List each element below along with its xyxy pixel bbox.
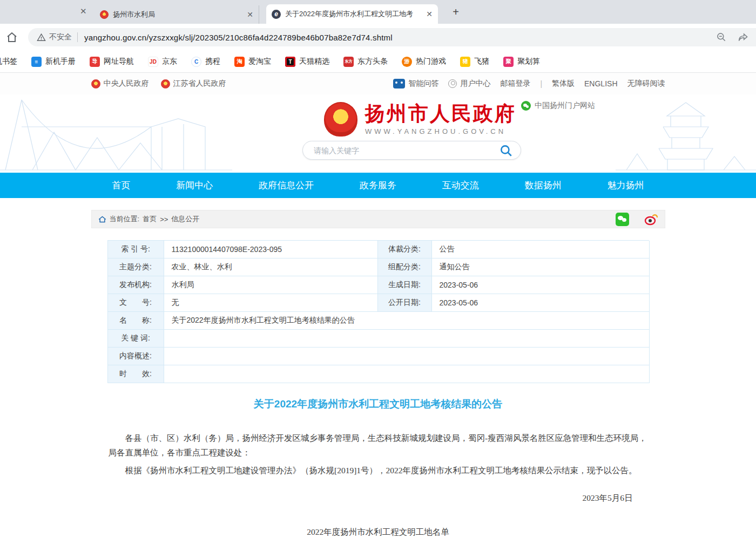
pagoda-artwork <box>616 94 756 173</box>
bookmark-label: 热门游戏 <box>416 57 446 66</box>
security-label: 不安全 <box>49 32 72 42</box>
gov-emblem-favicon <box>100 10 109 19</box>
bookmark-item[interactable]: 东方 东方头条 <box>343 57 388 67</box>
close-icon[interactable]: ✕ <box>426 10 433 18</box>
link-jiangsu-gov[interactable]: 江苏省人民政府 <box>161 79 226 88</box>
bookmark-item[interactable]: JD 京东 <box>148 57 177 67</box>
link-mail-login[interactable]: 邮箱登录 <box>500 79 530 88</box>
close-icon[interactable]: ✕ <box>247 10 253 19</box>
meta-label: 组配分类: <box>378 258 432 276</box>
site-logo[interactable]: 扬州市人民政府 WWW.YANGZHOU.GOV.CN <box>324 102 516 137</box>
bookmark-label: 携程 <box>205 57 220 66</box>
link-smart-qa[interactable]: 智能问答 <box>393 79 438 88</box>
bookmark-label: 聚划算 <box>517 57 540 66</box>
zoom-out-icon[interactable] <box>716 32 727 43</box>
bookmark-item[interactable]: ≡ 新机手册 <box>31 57 76 67</box>
search-input[interactable] <box>314 146 499 155</box>
bookmark-label: 天猫精选 <box>299 57 329 66</box>
national-emblem-icon <box>324 102 357 137</box>
meta-value: 公告 <box>432 241 650 258</box>
portal-text: 中国扬州门户网站 <box>535 101 595 111</box>
link-label: 用户中心 <box>460 79 490 88</box>
bookmark-label: 爱淘宝 <box>248 57 271 66</box>
bookmark-item[interactable]: 聚 聚划算 <box>503 57 540 67</box>
home-icon <box>98 216 106 223</box>
url-text: yangzhou.gov.cn/yzszxxgk/slj/202305/210c… <box>84 33 393 42</box>
meta-value: 2023-05-06 <box>432 276 650 294</box>
link-label: 智能问答 <box>408 79 438 88</box>
meta-label: 生成日期: <box>378 276 432 294</box>
nav-charm[interactable]: 魅力扬州 <box>607 179 644 192</box>
gov-emblem-icon <box>91 79 100 88</box>
site-favicon: e <box>272 10 281 19</box>
fliggy-icon: 猪 <box>460 57 470 67</box>
tmall-icon: T <box>285 57 295 67</box>
nav-data[interactable]: 数据扬州 <box>525 179 562 192</box>
nav-site-icon: 导 <box>90 57 100 67</box>
bookmark-label: 京东 <box>162 57 177 66</box>
nav-interaction[interactable]: 互动交流 <box>442 179 479 192</box>
meta-label: 发布机构: <box>108 276 164 294</box>
link-user-center[interactable]: 用户中心 <box>448 79 490 88</box>
robot-icon <box>393 79 405 88</box>
bookmark-item[interactable]: 猪 飞猪 <box>460 57 489 67</box>
link-accessible[interactable]: 无障碍阅读 <box>627 79 665 88</box>
site-name: 扬州市人民政府 <box>365 103 516 125</box>
new-tab-button[interactable]: + <box>448 4 463 19</box>
nav-services[interactable]: 政务服务 <box>360 179 396 192</box>
breadcrumb-home-link[interactable]: 首页 <box>143 214 157 224</box>
taobao-icon: 淘 <box>234 57 245 67</box>
wechat-icon <box>521 101 531 111</box>
bookmark-label: 东方头条 <box>357 57 388 66</box>
address-bar[interactable]: 不安全 yangzhou.gov.cn/yzszxxgk/slj/202305/… <box>28 28 756 46</box>
browser-tab-inactive[interactable]: 扬州市水利局 ✕ <box>94 5 259 24</box>
tab-title: 扬州市水利局 <box>113 10 242 19</box>
jd-icon: JD <box>148 57 158 67</box>
home-icon[interactable] <box>5 31 18 44</box>
bookmark-item[interactable]: 淘 爱淘宝 <box>234 57 271 67</box>
bookmark-label: 新机手册 <box>45 57 76 66</box>
meta-label: 主题分类: <box>108 258 164 276</box>
article-paragraph: 各县（市、区）水利（务）局，扬州经济开发区城乡事务管理局，生态科技新城规划建设局… <box>109 431 648 460</box>
content-area: 当前位置: 首页 >> 信息公开 索 引 号: 1132100001440709… <box>91 210 665 538</box>
nav-info-disclosure[interactable]: 政府信息公开 <box>259 179 314 192</box>
toutiao-icon: 东方 <box>343 57 354 67</box>
share-icon[interactable] <box>738 32 748 43</box>
link-label: 中央人民政府 <box>104 79 149 88</box>
browser-urlbar: 不安全 yangzhou.gov.cn/yzszxxgk/slj/202305/… <box>0 24 756 51</box>
link-english[interactable]: ENGLISH <box>584 79 617 88</box>
meta-label: 公开日期: <box>378 294 432 312</box>
wechat-share-icon[interactable] <box>616 213 629 226</box>
document-meta-table: 索 引 号: 11321000014407098E-2023-095 体裁分类:… <box>107 240 649 383</box>
search-icon[interactable] <box>499 144 513 158</box>
gov-emblem-icon <box>161 79 170 88</box>
nav-news[interactable]: 新闻中心 <box>176 179 213 192</box>
bookmark-item[interactable]: T 天猫精选 <box>285 57 329 67</box>
article-list-title: 2022年度扬州市水利工程文明工地名单 <box>91 527 665 538</box>
article-title: 关于2022年度扬州市水利工程文明工地考核结果的公告 <box>91 397 665 411</box>
bridge-artwork <box>0 94 232 173</box>
link-traditional[interactable]: 繁体版 <box>552 79 575 88</box>
nav-home[interactable]: 首页 <box>112 179 131 192</box>
tab-title: 关于2022年度扬州市水利工程文明工地考 <box>285 9 422 19</box>
meta-label: 内容概述: <box>108 348 164 365</box>
link-central-gov[interactable]: 中央人民政府 <box>91 79 149 88</box>
main-nav: 首页 新闻中心 政府信息公开 政务服务 互动交流 数据扬州 魅力扬州 <box>0 173 756 198</box>
bookmark-item[interactable]: 机书签 <box>0 57 17 66</box>
browser-tab-active[interactable]: e 关于2022年度扬州市水利工程文明工地考 ✕ <box>266 4 438 24</box>
meta-label: 索 引 号: <box>108 241 164 258</box>
breadcrumb: 当前位置: 首页 >> 信息公开 <box>91 210 665 228</box>
bookmark-item[interactable]: 游 热门游戏 <box>402 57 446 67</box>
meta-label: 时 效: <box>108 365 164 383</box>
meta-value: 通知公告 <box>432 258 650 276</box>
divider: | <box>540 79 542 88</box>
breadcrumb-current[interactable]: 信息公开 <box>171 214 199 224</box>
meta-value: 关于2022年度扬州市水利工程文明工地考核结果的公告 <box>164 312 650 330</box>
weibo-share-icon[interactable] <box>644 213 658 226</box>
meta-value <box>164 348 650 365</box>
bookmark-label: 网址导航 <box>104 57 134 66</box>
bookmark-item[interactable]: C 携程 <box>191 57 220 67</box>
close-icon[interactable]: ✕ <box>80 6 87 16</box>
bookmark-item[interactable]: 导 网址导航 <box>90 57 134 67</box>
site-url: WWW.YANGZHOU.GOV.CN <box>365 127 516 135</box>
